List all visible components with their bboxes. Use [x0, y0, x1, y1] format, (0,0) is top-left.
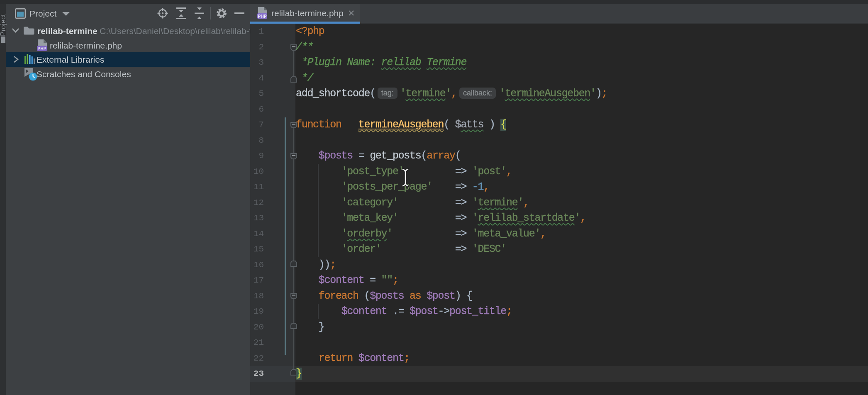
svg-text:PHP: PHP — [258, 14, 267, 19]
svg-text:PHP: PHP — [37, 46, 46, 51]
